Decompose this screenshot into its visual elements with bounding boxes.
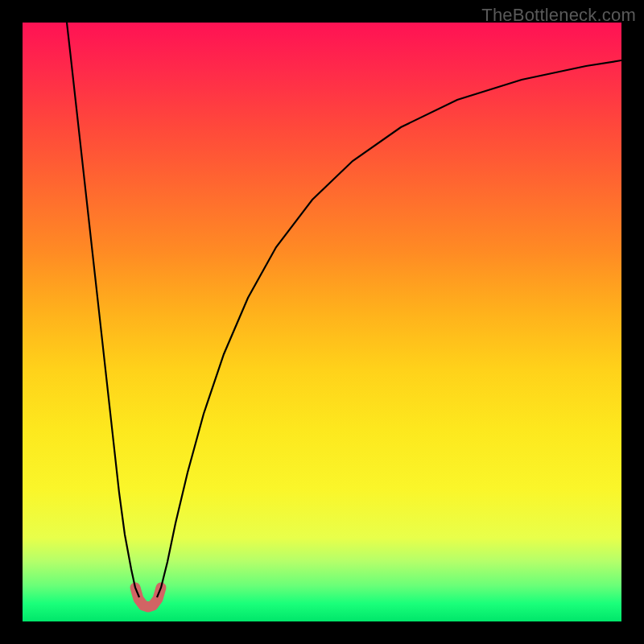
curve-left-branch [67, 23, 139, 597]
chart-frame: TheBottleneck.com [0, 0, 644, 644]
curve-layer [23, 23, 621, 621]
plot-area [23, 23, 621, 621]
curve-right-branch [157, 60, 621, 597]
